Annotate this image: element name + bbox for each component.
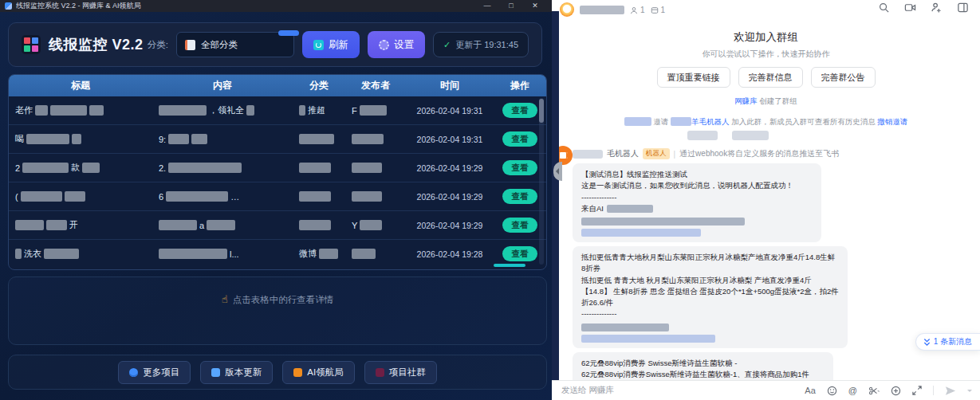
footer-button[interactable]: 项目社群 xyxy=(364,361,437,384)
cell-publisher: F xyxy=(345,105,406,116)
send-icon[interactable] xyxy=(945,386,956,396)
message-bubble[interactable]: 【测试消息】线报监控推送测试 这是一条测试消息，如果您收到此消息，说明机器人配置… xyxy=(573,163,821,242)
view-button[interactable]: 查看 xyxy=(502,160,537,175)
invitee-link[interactable]: 羊毛机器人 xyxy=(691,117,730,126)
redacted-block xyxy=(166,191,228,202)
screenshot-scissors-icon[interactable] xyxy=(868,386,880,396)
check-icon: ✓ xyxy=(443,40,451,50)
cell-category xyxy=(293,220,345,230)
category-value: 全部分类 xyxy=(201,39,238,51)
view-button[interactable]: 查看 xyxy=(502,189,537,204)
cell-category: 微博 xyxy=(293,248,345,260)
mention-icon[interactable]: @ xyxy=(848,386,857,395)
message-bubble[interactable]: 62元叠88vip消费券 Swisse斯维诗益生菌软糖 - 62元叠88vip消… xyxy=(573,352,833,381)
bot-name: 毛机器人 xyxy=(607,148,639,159)
detail-panel: ☝点击表格中的行查看详情 xyxy=(8,276,547,345)
table-row[interactable]: 洗衣 l... 微博 2026-02-04 19:28 查看 xyxy=(9,239,546,268)
maximize-button[interactable]: □ xyxy=(499,0,523,12)
expand-icon[interactable] xyxy=(912,386,922,395)
cell-publisher xyxy=(345,163,406,173)
send-options-caret[interactable] xyxy=(967,390,972,394)
welcome-action-button[interactable]: 完善群公告 xyxy=(811,67,876,88)
view-button[interactable]: 查看 xyxy=(502,246,537,261)
pointing-hand-icon: ☝ xyxy=(222,293,228,305)
cell-time: 2026-02-04 19:29 xyxy=(406,192,494,202)
more-panel-icon[interactable] xyxy=(957,2,969,14)
refresh-button[interactable]: 刷新 xyxy=(302,31,360,58)
view-button[interactable]: 查看 xyxy=(502,103,537,118)
attach-plus-icon[interactable] xyxy=(891,386,901,396)
close-button[interactable]: ✕ xyxy=(523,0,547,12)
emoji-icon[interactable] xyxy=(827,386,837,396)
table-hscroll-thumb[interactable] xyxy=(494,264,525,267)
category-select[interactable]: 全部分类 xyxy=(176,32,294,57)
redacted-block xyxy=(168,134,189,144)
cell-content: 6… xyxy=(152,191,293,202)
table-scrollbar-thumb[interactable] xyxy=(539,99,544,123)
redacted-block xyxy=(607,205,653,213)
cell-text: Y xyxy=(352,221,357,230)
view-button[interactable]: 查看 xyxy=(502,131,537,147)
video-call-icon[interactable] xyxy=(904,2,916,14)
last-updated-text: 更新于 19:31:45 xyxy=(455,39,518,51)
sidebar-collapse-handle[interactable] xyxy=(553,162,562,181)
settings-button[interactable]: 设置 xyxy=(368,31,425,58)
redacted-block xyxy=(352,163,382,173)
pane-count: 1 xyxy=(651,6,666,14)
redacted-block xyxy=(207,220,235,230)
cell-text: ，领礼全 xyxy=(209,104,244,116)
table-row[interactable]: 喝 9: 2026-02-04 19:31 查看 xyxy=(9,124,546,153)
table-row[interactable]: 2款 2. 2026-02-04 19:29 查看 xyxy=(9,153,546,182)
composer-toolbar: Aa @ xyxy=(805,386,972,396)
member-count: 1 xyxy=(630,6,645,14)
column-content: 内容 xyxy=(152,79,293,92)
cell-title: 喝 xyxy=(9,133,152,145)
message-list[interactable]: 欢迎加入群组 你可以尝试以下操作，快速开始协作 置顶重要链接 完善群信息 完善群… xyxy=(552,20,980,380)
column-title: 标题 xyxy=(9,79,152,92)
table-row[interactable]: 开 a Y 2026-02-04 19:29 查看 xyxy=(9,210,546,239)
footer-button-label: 更多项目 xyxy=(143,367,179,378)
welcome-subtitle: 你可以尝试以下操作，快速开始协作 xyxy=(552,49,980,60)
creator-link[interactable]: 网赚库 xyxy=(734,96,758,105)
cell-publisher xyxy=(345,134,406,144)
revoke-invite-link[interactable]: 撤销邀请 xyxy=(877,117,907,126)
invitee-redacted xyxy=(671,117,691,126)
redacted-block xyxy=(65,191,85,202)
cell-text: 洗衣 xyxy=(24,248,41,260)
redacted-block xyxy=(46,220,67,230)
cell-text: 微博 xyxy=(299,248,317,260)
deals-table: 标题 内容 分类 发布者 时间 操作 老作 ，领礼全 推超 F 2026-02-… xyxy=(8,74,547,270)
toolbar-divider xyxy=(933,386,934,395)
search-icon[interactable] xyxy=(878,2,890,14)
cell-publisher xyxy=(345,249,406,259)
cell-time: 2026-02-04 19:29 xyxy=(406,163,494,173)
new-messages-pill[interactable]: 1 条新消息 xyxy=(915,333,980,351)
table-row[interactable]: 老作 ，领礼全 推超 F 2026-02-04 19:31 查看 xyxy=(9,96,546,124)
cell-text: 款 xyxy=(71,162,80,174)
message-bubble[interactable]: 抵扣更低青青大地秋月梨山东莱阳正宗秋月冰糖梨产地直发净重4斤14.8生鲜8折券 … xyxy=(573,246,848,348)
minimize-button[interactable]: — xyxy=(475,0,499,12)
font-style-icon[interactable]: Aa xyxy=(805,386,815,395)
refresh-icon xyxy=(313,40,324,50)
redacted-block xyxy=(732,131,769,140)
cell-content: ，领礼全 xyxy=(152,104,293,116)
add-member-icon[interactable] xyxy=(931,2,943,14)
cell-text: ( xyxy=(15,192,18,202)
footer-button[interactable]: AI领航局 xyxy=(282,361,354,384)
app-icon xyxy=(5,2,12,10)
group-name-redacted xyxy=(580,6,624,14)
redacted-block xyxy=(352,249,376,259)
robot-icon xyxy=(293,368,302,377)
cell-title: 开 xyxy=(9,219,152,231)
table-row[interactable]: ( 6… 2026-02-04 19:29 查看 xyxy=(9,182,546,210)
group-avatar[interactable] xyxy=(560,2,574,17)
welcome-action-button[interactable]: 完善群信息 xyxy=(738,67,803,88)
footer-button[interactable]: 版本更新 xyxy=(200,361,273,384)
composer[interactable]: 发送给 网赚库 Aa @ xyxy=(552,380,980,400)
view-button[interactable]: 查看 xyxy=(502,218,537,233)
column-time: 时间 xyxy=(406,79,494,92)
welcome-action-button[interactable]: 置顶重要链接 xyxy=(657,67,730,88)
column-action: 操作 xyxy=(494,79,546,92)
footer-button[interactable]: 更多项目 xyxy=(118,361,191,384)
double-chevron-down-icon xyxy=(923,338,931,347)
